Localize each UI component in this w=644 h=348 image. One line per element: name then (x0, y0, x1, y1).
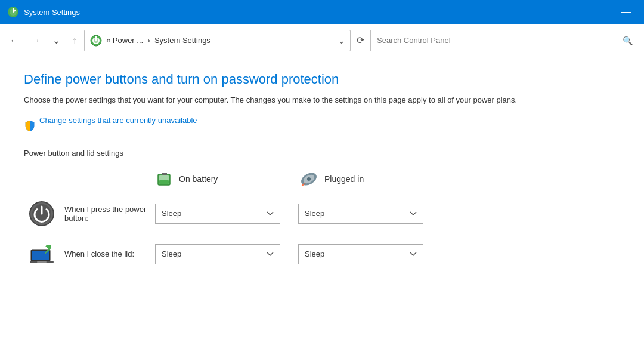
close-lid-icon (29, 241, 55, 267)
section-header: Power button and lid settings (24, 149, 620, 158)
uac-shield-icon (24, 120, 36, 132)
power-button-on-battery-wrap: Do nothing Sleep Hibernate Shut down Tur… (155, 204, 298, 224)
svg-rect-7 (159, 180, 169, 184)
search-box[interactable]: 🔍 (370, 30, 639, 51)
page-description: Choose the power settings that you want … (24, 94, 572, 106)
battery-icon (155, 170, 174, 189)
content-area: Define power buttons and turn on passwor… (0, 57, 644, 348)
close-lid-icon-area (24, 241, 60, 267)
recent-locations-button[interactable]: ⌄ (48, 31, 65, 50)
search-icon: 🔍 (623, 36, 633, 45)
change-settings-area[interactable]: Change settings that are currently unava… (24, 116, 620, 137)
forward-button[interactable]: → (26, 32, 45, 50)
on-battery-header: On battery (155, 170, 298, 189)
back-button[interactable]: ← (5, 32, 24, 50)
section-divider (131, 153, 620, 153)
power-button-dropdowns: Do nothing Sleep Hibernate Shut down Tur… (155, 204, 620, 224)
svg-rect-16 (37, 261, 47, 263)
close-lid-label: When I close the lid: (60, 250, 155, 258)
address-bar[interactable]: « Power ... › System Settings ⌄ (84, 30, 351, 51)
section-label: Power button and lid settings (24, 149, 123, 158)
page-title: Define power buttons and turn on passwor… (24, 72, 620, 87)
plugged-in-header: Plugged in (298, 170, 441, 189)
address-sep: › (145, 36, 154, 45)
power-button-on-battery-dropdown[interactable]: Do nothing Sleep Hibernate Shut down Tur… (155, 204, 280, 224)
column-headers: On battery Plugged in (24, 170, 620, 189)
titlebar-left: System Settings (7, 6, 80, 18)
close-lid-plugged-in-wrap: Do nothing Sleep Hibernate Shut down Tur… (298, 244, 441, 264)
address-current: System Settings (154, 36, 210, 45)
minimize-button[interactable]: — (615, 6, 637, 18)
svg-point-10 (307, 177, 311, 181)
address-icon (89, 34, 103, 47)
pluggedin-icon (298, 170, 320, 189)
change-settings-link[interactable]: Change settings that are currently unava… (39, 116, 197, 125)
close-lid-on-battery-wrap: Do nothing Sleep Hibernate Shut down Tur… (155, 244, 298, 264)
titlebar-controls: — (615, 6, 637, 18)
address-text: « Power ... › System Settings (106, 36, 335, 45)
refresh-button[interactable]: ⟳ (353, 32, 368, 48)
power-button-icon (29, 201, 55, 227)
close-lid-row: When I close the lid: Do nothing Sleep H… (24, 239, 620, 270)
address-prefix: « Power ... (106, 36, 143, 45)
plugged-in-label: Plugged in (324, 174, 364, 184)
power-button-label: When I press the power button: (60, 205, 155, 223)
close-lid-dropdowns: Do nothing Sleep Hibernate Shut down Tur… (155, 244, 620, 264)
address-dropdown-chevron[interactable]: ⌄ (338, 36, 345, 45)
window-title: System Settings (24, 8, 80, 17)
svg-rect-5 (162, 173, 167, 175)
close-lid-plugged-in-dropdown[interactable]: Do nothing Sleep Hibernate Shut down Tur… (298, 244, 423, 264)
power-button-icon-area (24, 201, 60, 227)
app-icon (7, 6, 19, 18)
titlebar: System Settings — (0, 0, 644, 24)
search-input[interactable] (377, 36, 618, 45)
up-button[interactable]: ↑ (67, 32, 82, 50)
on-battery-label: On battery (179, 174, 218, 184)
close-lid-on-battery-dropdown[interactable]: Do nothing Sleep Hibernate Shut down Tur… (155, 244, 280, 264)
navbar: ← → ⌄ ↑ « Power ... › System Settings ⌄ … (0, 24, 644, 57)
power-button-plugged-in-wrap: Do nothing Sleep Hibernate Shut down Tur… (298, 204, 441, 224)
power-button-plugged-in-dropdown[interactable]: Do nothing Sleep Hibernate Shut down Tur… (298, 204, 423, 224)
power-button-row: When I press the power button: Do nothin… (24, 198, 620, 229)
